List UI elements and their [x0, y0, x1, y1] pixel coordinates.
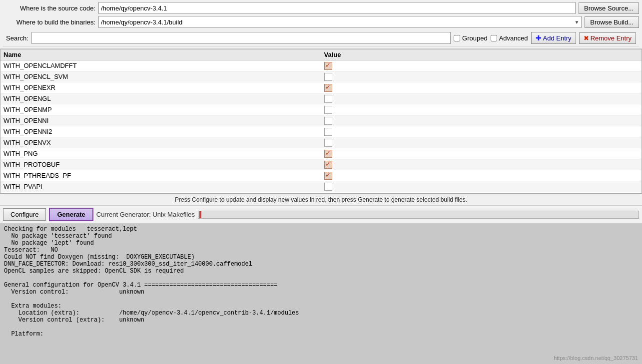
checked-checkbox-icon[interactable]	[324, 150, 332, 158]
top-bar: Where is the source code: Browse Source.…	[0, 0, 642, 49]
row-value[interactable]	[321, 93, 642, 104]
watermark: https://blog.csdn.net/qq_30275731	[554, 355, 638, 361]
add-entry-button[interactable]: ✚ Add Entry	[531, 32, 576, 44]
row-name: WITH_OPENMP	[0, 104, 321, 115]
row-name: WITH_OPENNI2	[0, 126, 321, 137]
row-value[interactable]	[321, 137, 642, 148]
table-row: WITH_OPENMP	[0, 104, 642, 115]
build-binaries-dropdown[interactable]: /home/qy/opencv-3.4.1/build ▼	[98, 16, 582, 28]
table-row: WITH_OPENGL	[0, 93, 642, 104]
output-area[interactable]: Checking for modules tesseract,lept No p…	[0, 224, 642, 364]
checked-checkbox-icon[interactable]	[324, 161, 332, 169]
progress-bar	[198, 211, 639, 219]
add-entry-label: Add Entry	[543, 34, 572, 42]
row-value[interactable]	[321, 115, 642, 126]
row-name: WITH_OPENEXR	[0, 82, 321, 93]
table-row: WITH_OPENCL_SVM	[0, 71, 642, 82]
remove-entry-button[interactable]: ✖ Remove Entry	[579, 32, 636, 44]
x-icon: ✖	[584, 34, 589, 42]
row-name: WITH_OPENVX	[0, 137, 321, 148]
row-name: WITH_OPENGL	[0, 93, 321, 104]
row-name: WITH_PNG	[0, 148, 321, 159]
build-binaries-row: Where to build the binaries: /home/qy/op…	[3, 16, 639, 28]
generator-label: Current Generator: Unix Makefiles	[96, 211, 195, 218]
table-row: WITH_PNG	[0, 148, 642, 159]
row-name: WITH_OPENCLAMDFFT	[0, 60, 321, 71]
grouped-checkbox-label[interactable]: Grouped	[454, 34, 488, 42]
status-text: Press Configure to update and display ne…	[175, 196, 467, 203]
col-value-header: Value	[321, 49, 642, 60]
unchecked-checkbox-icon[interactable]	[324, 128, 332, 136]
row-value[interactable]	[321, 126, 642, 137]
unchecked-checkbox-icon[interactable]	[324, 139, 332, 147]
table-row: WITH_OPENVX	[0, 137, 642, 148]
build-binaries-value: /home/qy/opencv-3.4.1/build	[101, 18, 182, 26]
col-name-header: Name	[0, 49, 321, 60]
row-name: WITH_PVAPI	[0, 181, 321, 192]
row-value[interactable]	[321, 181, 642, 192]
row-value[interactable]	[321, 71, 642, 82]
table-row: WITH_OPENEXR	[0, 82, 642, 93]
browse-source-button[interactable]: Browse Source...	[579, 2, 639, 14]
unchecked-checkbox-icon[interactable]	[324, 106, 332, 114]
unchecked-checkbox-icon[interactable]	[324, 183, 332, 191]
search-input[interactable]	[31, 32, 451, 44]
row-name: WITH_OPENNI	[0, 115, 321, 126]
table-row: WITH_PVAPI	[0, 181, 642, 192]
row-value[interactable]	[321, 148, 642, 159]
advanced-checkbox-label[interactable]: Advanced	[491, 34, 528, 42]
dropdown-arrow-icon: ▼	[574, 19, 579, 25]
table-container[interactable]: Name Value WITH_OPENCLAMDFFTWITH_OPENCL_…	[0, 49, 642, 193]
unchecked-checkbox-icon[interactable]	[324, 73, 332, 81]
unchecked-checkbox-icon[interactable]	[324, 95, 332, 103]
bottom-controls: Configure Generate Current Generator: Un…	[0, 206, 642, 224]
progress-indicator	[199, 211, 201, 218]
search-row: Search: Grouped Advanced ✚ Add Entry ✖ R…	[3, 30, 639, 46]
row-name: WITH_OPENCL_SVM	[0, 71, 321, 82]
row-name: WITH_PTHREADS_PF	[0, 170, 321, 181]
row-value[interactable]	[321, 82, 642, 93]
row-value[interactable]	[321, 159, 642, 170]
grouped-checkbox[interactable]	[454, 35, 460, 41]
source-code-row: Where is the source code: Browse Source.…	[3, 2, 639, 14]
table-section: Name Value WITH_OPENCLAMDFFTWITH_OPENCL_…	[0, 49, 642, 194]
search-label: Search:	[6, 34, 28, 42]
status-bar: Press Configure to update and display ne…	[0, 194, 642, 206]
advanced-checkbox[interactable]	[491, 35, 497, 41]
table-row: WITH_PROTOBUF	[0, 159, 642, 170]
source-code-input[interactable]	[98, 2, 576, 14]
plus-icon: ✚	[536, 34, 542, 42]
row-value[interactable]	[321, 104, 642, 115]
checked-checkbox-icon[interactable]	[324, 62, 332, 70]
main-wrapper: Where is the source code: Browse Source.…	[0, 0, 642, 364]
grouped-label: Grouped	[462, 34, 488, 42]
advanced-label: Advanced	[499, 34, 528, 42]
config-table: Name Value WITH_OPENCLAMDFFTWITH_OPENCL_…	[0, 49, 642, 192]
row-value[interactable]	[321, 60, 642, 71]
table-row: WITH_OPENCLAMDFFT	[0, 60, 642, 71]
build-binaries-label: Where to build the binaries:	[3, 18, 95, 26]
configure-button[interactable]: Configure	[3, 208, 46, 221]
table-row: WITH_OPENNI2	[0, 126, 642, 137]
browse-build-button[interactable]: Browse Build...	[585, 16, 639, 28]
row-value[interactable]	[321, 170, 642, 181]
checked-checkbox-icon[interactable]	[324, 84, 332, 92]
remove-entry-label: Remove Entry	[591, 34, 632, 42]
source-code-label: Where is the source code:	[3, 4, 95, 12]
generate-button[interactable]: Generate	[49, 208, 93, 221]
checked-checkbox-icon[interactable]	[324, 172, 332, 180]
table-row: WITH_PTHREADS_PF	[0, 170, 642, 181]
table-row: WITH_OPENNI	[0, 115, 642, 126]
unchecked-checkbox-icon[interactable]	[324, 117, 332, 125]
row-name: WITH_PROTOBUF	[0, 159, 321, 170]
